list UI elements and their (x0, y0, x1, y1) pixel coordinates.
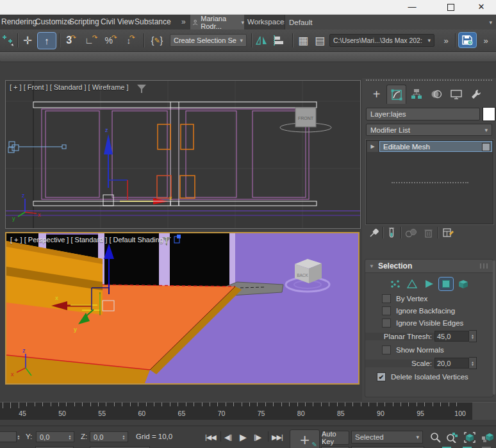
timeline-tick (210, 402, 210, 406)
x-coordinate-field[interactable] (0, 431, 17, 442)
scale-row: Scale: 20,0 ▲▼ (365, 357, 493, 369)
edge-mode-button[interactable] (405, 278, 419, 290)
tab-create[interactable]: + (367, 85, 386, 104)
tab-motion[interactable] (426, 85, 446, 104)
save-file-button[interactable] (458, 32, 477, 48)
go-to-start-button[interactable]: |◀◀ (205, 431, 216, 444)
modifier-list-dropdown[interactable]: Modifier List ▾ (366, 124, 492, 136)
menu-civil-view[interactable]: Civil View (101, 15, 134, 29)
menu-overflow-icon[interactable]: » (181, 15, 186, 29)
zoom-extents-all-button[interactable] (481, 430, 495, 444)
spinner-arrows[interactable]: ▲▼ (15, 431, 22, 442)
align-button[interactable] (271, 29, 288, 51)
viewport-front-label[interactable]: [ + ] [ Front ] [ Standard ] [ Wireframe… (10, 83, 129, 91)
workspace-dropdown[interactable]: Default ▾ (285, 15, 496, 29)
select-arrow-icon: ↑ (44, 35, 49, 46)
checkbox-by-vertex[interactable]: By Vertex (382, 294, 493, 303)
select-place-icon[interactable] (0, 29, 15, 51)
snap-toggle-button[interactable]: 3↷ (62, 29, 80, 51)
checkbox-show-normals[interactable]: Show Normals (382, 345, 493, 354)
layer-explorer-button[interactable]: ▤ (313, 29, 327, 51)
toolbar-overflow-icon-2[interactable]: » (479, 29, 492, 51)
next-frame-button[interactable]: ||▶ (254, 431, 261, 444)
minimize-button[interactable]: — (399, 0, 425, 14)
close-button[interactable]: ✕ (468, 0, 494, 14)
angle-snap-button[interactable]: ∟↷ (82, 29, 100, 51)
auto-key-button[interactable]: Auto Key (321, 431, 349, 445)
panel-scrollbar[interactable] (493, 260, 495, 395)
scale-input[interactable]: 20,0 (434, 358, 469, 369)
layer-name-field[interactable]: Layer:lajes (366, 108, 480, 120)
polygon-icon (442, 279, 451, 288)
timeline-tick (170, 402, 170, 406)
set-keys-button[interactable]: + ✎ (290, 429, 320, 448)
vertex-icon (390, 279, 401, 288)
spinner-arrows[interactable]: ▲▼ (469, 330, 477, 342)
perspective-viewport-canvas: x y BACK z x (6, 233, 358, 383)
vertex-mode-button[interactable] (388, 278, 402, 290)
project-folder-dropdown[interactable]: C:\Users\Mari...\3ds Max 202: ▾ (329, 34, 434, 47)
pin-stack-button[interactable] (367, 226, 380, 240)
selection-rollout-header[interactable]: ▼ Selection (365, 260, 493, 273)
expand-arrow-icon[interactable]: ▶ (367, 141, 378, 152)
mirror-button[interactable] (254, 29, 269, 51)
timeline-tick (456, 402, 457, 406)
tab-display[interactable] (446, 85, 466, 104)
viewport-front[interactable]: z x FRONT z x y [ + ] [ Front ] [ Standa… (5, 80, 361, 229)
previous-frame-button[interactable]: ◀|| (224, 431, 231, 444)
selection-filter-dropdown[interactable]: Selected ▾ (351, 431, 423, 444)
remove-modifier-button[interactable] (421, 226, 435, 240)
z-label: Z: (81, 433, 87, 440)
make-unique-button[interactable] (403, 226, 420, 240)
spinner-arrows[interactable]: ▲▼ (120, 431, 127, 442)
viewport-perspective-label[interactable]: [ + ] [ Perspective ] [ Standard ] [ Def… (10, 236, 167, 244)
rollout-drag-handle[interactable] (392, 182, 468, 186)
polygon-mode-button[interactable] (438, 277, 454, 291)
maximize-icon (447, 4, 454, 11)
modifier-onoff-icon[interactable] (482, 143, 490, 151)
checkbox-ignore-backfacing[interactable]: Ignore Backfacing (382, 306, 493, 315)
spinner-arrows[interactable]: ▲▼ (469, 357, 477, 369)
project-path: C:\Users\Mari...\3ds Max 202: (333, 37, 422, 44)
pencil-icon: ✎ (312, 441, 317, 448)
scene-explorer-button[interactable]: ▦ (295, 29, 311, 51)
menu-substance[interactable]: Substance (135, 15, 171, 29)
modifier-stack-row[interactable]: ▶ Editable Mesh (367, 141, 492, 152)
checkbox-delete-isolated-vertices[interactable]: ✔Delete Isolated Vertices (377, 372, 493, 381)
timeline-frame-label: 65 (178, 410, 186, 417)
checkbox-ignore-visible-edges[interactable]: Ignore Visible Edges (382, 319, 493, 328)
viewport-perspective[interactable]: x y BACK z x [ (5, 232, 360, 385)
select-object-button[interactable]: ↑ (37, 32, 56, 49)
tab-modify[interactable] (386, 85, 406, 104)
tab-hierarchy[interactable] (406, 85, 426, 104)
zoom-extents-button[interactable] (463, 430, 477, 444)
panel-drag-handle[interactable] (366, 79, 492, 83)
tab-utilities[interactable] (466, 85, 486, 104)
menu-bar: Rendering Customize Scripting Civil View… (0, 15, 496, 29)
spinner-snap-button[interactable]: ↕↷ (122, 29, 140, 51)
timeline-ruler[interactable]: 4550556065707580859095100 (0, 402, 472, 420)
move-tool-button[interactable]: ✛ (20, 29, 35, 51)
configure-modifier-sets-button[interactable] (440, 226, 456, 240)
toolbar-overflow-icon[interactable]: » (440, 29, 452, 51)
show-end-result-button[interactable] (385, 226, 398, 240)
object-color-swatch[interactable] (483, 107, 495, 121)
ribbon-collapsed-strip[interactable] (0, 52, 496, 62)
menu-scripting[interactable]: Scripting (69, 15, 99, 29)
edit-named-selection-sets-button[interactable]: {✎} (147, 29, 167, 51)
element-mode-button[interactable] (456, 278, 470, 290)
percent-snap-button[interactable]: %↷ (102, 29, 120, 51)
zoom-button[interactable] (428, 430, 442, 444)
face-mode-button[interactable] (422, 278, 436, 290)
menu-customize[interactable]: Customize (35, 15, 72, 29)
chevron-down-icon: ▾ (427, 37, 431, 44)
play-button[interactable]: ▶ (240, 431, 246, 444)
maximize-button[interactable] (438, 0, 463, 14)
spinner-arrows[interactable]: ▲▼ (67, 431, 73, 442)
go-to-end-button[interactable]: ▶▶| (272, 431, 283, 444)
menu-rendering[interactable]: Rendering (1, 15, 37, 29)
named-selection-set-dropdown[interactable]: Create Selection Se ▾ (170, 34, 247, 47)
user-account-menu[interactable]: Mariana Rodr... ▾ (190, 15, 244, 29)
planar-thresh-input[interactable]: 45,0 (434, 331, 469, 342)
zoom-all-button[interactable] (445, 430, 459, 444)
